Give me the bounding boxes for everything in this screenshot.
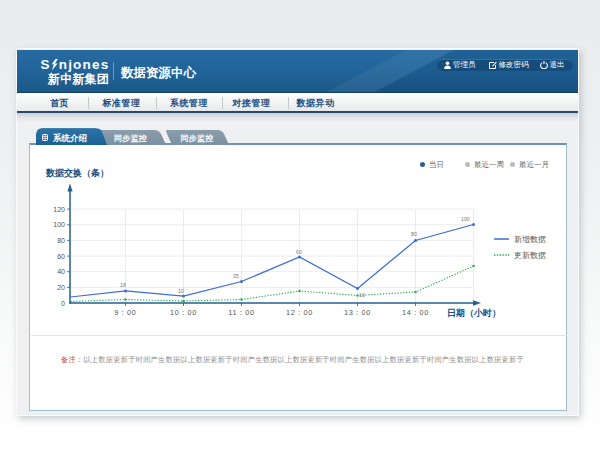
svg-text:100: 100 [461, 215, 470, 221]
svg-text:20: 20 [57, 283, 65, 290]
svg-text:60: 60 [57, 252, 65, 259]
svg-text:40: 40 [57, 268, 65, 275]
svg-text:新增数据: 新增数据 [514, 235, 546, 244]
svg-text:80: 80 [57, 236, 65, 243]
svg-text:10: 10 [178, 288, 184, 294]
svg-text:80: 80 [411, 231, 417, 237]
svg-text:18: 18 [120, 282, 126, 288]
svg-text:日期（小时）: 日期（小时） [447, 308, 501, 318]
svg-text:14：00: 14：00 [401, 308, 428, 317]
svg-text:13：00: 13：00 [343, 308, 370, 317]
svg-text:0: 0 [61, 299, 65, 306]
svg-text:100: 100 [53, 221, 65, 228]
svg-text:11：00: 11：00 [228, 308, 255, 317]
svg-text:9：00: 9：00 [114, 308, 136, 317]
svg-text:60: 60 [296, 248, 302, 254]
svg-text:120: 120 [53, 205, 65, 212]
svg-text:10：00: 10：00 [169, 308, 196, 317]
svg-text:12：00: 12：00 [285, 308, 312, 317]
svg-text:10: 10 [359, 292, 365, 298]
svg-text:更新数据: 更新数据 [514, 251, 546, 260]
svg-text:35: 35 [233, 272, 239, 278]
